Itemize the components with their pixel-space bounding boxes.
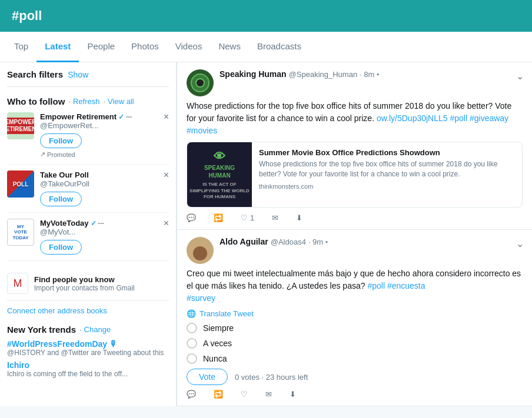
trend-hashtag[interactable]: #WorldPressFreedomDay 🎙 xyxy=(7,339,169,349)
promoted-badge: ↗ Promoted xyxy=(40,151,169,158)
hashtag-link[interactable]: #movies xyxy=(187,126,217,135)
hashtag-link[interactable]: #encuesta xyxy=(387,281,425,290)
retweet-button[interactable]: 🔁 xyxy=(214,213,223,222)
translate-globe-icon: 🌐 xyxy=(187,309,196,318)
connect-address-books-link[interactable]: Connect other address books xyxy=(7,306,169,315)
follow-button[interactable]: Follow xyxy=(40,133,82,148)
reply-icon: 💬 xyxy=(187,390,196,399)
poll-radio[interactable] xyxy=(187,323,197,333)
pocket-button[interactable]: ⬇ xyxy=(296,213,302,222)
mail-icon: ✉ xyxy=(272,213,278,222)
tweet-time: · 8m xyxy=(360,70,374,79)
pocket-icon: ⬇ xyxy=(296,213,302,222)
close-follow-button[interactable]: × xyxy=(164,112,169,122)
follow-button[interactable]: Follow xyxy=(40,240,82,255)
refresh-link[interactable]: Refresh xyxy=(68,97,99,106)
poll-radio[interactable] xyxy=(187,338,197,349)
hashtag-link[interactable]: #survey xyxy=(187,293,215,303)
tweet-card-source: thinkmonsters.com xyxy=(259,183,515,190)
trends-title: New York trends xyxy=(7,325,76,335)
reply-icon: 💬 xyxy=(187,213,196,222)
trend-description: @HISTORY and @Twitter are Tweeting about… xyxy=(7,349,169,357)
translate-tweet[interactable]: 🌐 Translate Tweet xyxy=(187,309,523,318)
search-filters-show-link[interactable]: Show xyxy=(68,70,88,79)
more-icon: ··· xyxy=(126,113,132,121)
like-icon: ♡ xyxy=(241,390,248,399)
follow-info: MyVoteToday ✓ ··· @MyVot... Follow xyxy=(40,219,169,255)
trend-item: #WorldPressFreedomDay 🎙 @HISTORY and @Tw… xyxy=(7,339,169,357)
like-button[interactable]: ♡ 1 xyxy=(241,213,254,222)
poll-option: Nunca xyxy=(187,353,523,364)
who-to-follow-title: Who to follow xyxy=(7,96,65,106)
page-header: #poll xyxy=(0,0,532,32)
main-layout: Search filters Show Who to follow Refres… xyxy=(0,62,532,406)
like-icon: ♡ xyxy=(241,213,248,222)
tweet-meta: Aldo Aguilar @Aldoas4 · 9m ▪ xyxy=(220,237,523,246)
mail-button[interactable]: ✉ xyxy=(272,213,278,222)
follow-avatar: POLL xyxy=(7,170,34,198)
tweet-avatar xyxy=(187,69,214,96)
poll-option-label: A veces xyxy=(203,339,232,348)
tweet-avatar xyxy=(187,237,214,264)
more-icon: ··· xyxy=(98,219,104,228)
trend-description: Ichiro is coming off the field to the of… xyxy=(7,370,169,378)
tab-latest[interactable]: Latest xyxy=(36,32,79,62)
search-filters-title: Search filters Show xyxy=(7,69,88,79)
poll-stats: 0 votes · 23 hours left xyxy=(235,373,308,382)
reply-button[interactable]: 💬 xyxy=(187,213,196,222)
pocket-icon: ⬇ xyxy=(290,390,296,399)
tweet-caret-button[interactable]: ⌄ xyxy=(516,238,524,249)
poll-radio[interactable] xyxy=(187,353,197,364)
reply-button[interactable]: 💬 xyxy=(187,390,196,399)
vote-button[interactable]: Vote xyxy=(187,369,228,385)
follow-handle: @TakeOurPoll xyxy=(40,179,169,188)
hashtag-link[interactable]: #poll xyxy=(367,281,385,290)
follow-name: Empower Retirement ✓ ··· xyxy=(40,112,169,121)
main-content: Speaking Human @Speaking_Human · 8m ▪ ⌄ … xyxy=(177,62,532,406)
retweet-button[interactable]: 🔁 xyxy=(214,390,223,399)
tweet-card[interactable]: 👁 SPEAKINGHUMAN IS THE ACT OFSIMPLIFYING… xyxy=(187,142,523,208)
like-button[interactable]: ♡ xyxy=(241,390,248,399)
follow-button[interactable]: Follow xyxy=(40,192,82,206)
poll: Siempre A veces Nunca Vote 0 votes · 23 … xyxy=(187,323,523,385)
follow-item: EMPOWERRETIREMENT Empower Retirement ✓ ·… xyxy=(7,112,169,165)
platform-icon: ▪ xyxy=(325,238,328,245)
tweet-handle: @Aldoas4 xyxy=(271,238,306,246)
tweet-actions: 💬 🔁 ♡ 1 ✉ ⬇ xyxy=(187,213,523,222)
gmail-icon: M xyxy=(7,273,28,294)
tweet-body: Creo que mi tweet intelectualmente más b… xyxy=(187,267,523,305)
tweet-body: Whose predictions for the top five box o… xyxy=(187,100,523,137)
follow-avatar: EMPOWERRETIREMENT xyxy=(7,112,34,139)
hashtag-link[interactable]: #giveaway xyxy=(470,113,508,123)
tweet-card-desc: Whose predictions for the top five box o… xyxy=(259,159,515,179)
tab-people[interactable]: People xyxy=(79,32,123,62)
trends-change-link[interactable]: Change xyxy=(79,325,111,334)
close-follow-button[interactable]: × xyxy=(164,219,169,228)
pocket-button[interactable]: ⬇ xyxy=(290,390,296,399)
follow-name: MyVoteToday ✓ ··· xyxy=(40,219,169,228)
translate-link[interactable]: Translate Tweet xyxy=(200,309,254,318)
close-follow-button[interactable]: × xyxy=(164,170,169,180)
tweet-card-title: Summer Movie Box Office Predictions Show… xyxy=(259,148,515,157)
tab-videos[interactable]: Videos xyxy=(167,32,211,62)
tweet-card-body: Summer Movie Box Office Predictions Show… xyxy=(252,142,522,207)
follow-items-list: EMPOWERRETIREMENT Empower Retirement ✓ ·… xyxy=(7,112,169,261)
who-to-follow-section: Who to follow Refresh View all EMPOWERRE… xyxy=(7,96,169,315)
page-title: #poll xyxy=(12,8,42,23)
tweet-caret-button[interactable]: ⌄ xyxy=(516,71,524,82)
tab-photos[interactable]: Photos xyxy=(123,32,167,62)
trend-hashtag[interactable]: Ichiro xyxy=(7,360,169,370)
ny-trends-section: New York trends Change #WorldPressFreedo… xyxy=(7,325,169,378)
follow-handle: @EmpowerRet... xyxy=(40,121,169,130)
view-all-link[interactable]: View all xyxy=(103,97,134,106)
hashtag-link[interactable]: #poll xyxy=(450,113,467,123)
tab-top[interactable]: Top xyxy=(6,32,36,62)
tweet-name: Aldo Aguilar xyxy=(220,237,268,246)
poll-option: A veces xyxy=(187,338,523,349)
mail-button[interactable]: ✉ xyxy=(265,390,272,399)
tweet-link[interactable]: ow.ly/5Dup30jNLL5 xyxy=(377,113,448,123)
promoted-arrow-icon: ↗ xyxy=(40,151,45,158)
tab-broadcasts[interactable]: Broadcasts xyxy=(249,32,310,62)
find-people-title: Find people you know xyxy=(34,275,135,284)
tab-news[interactable]: News xyxy=(210,32,249,62)
